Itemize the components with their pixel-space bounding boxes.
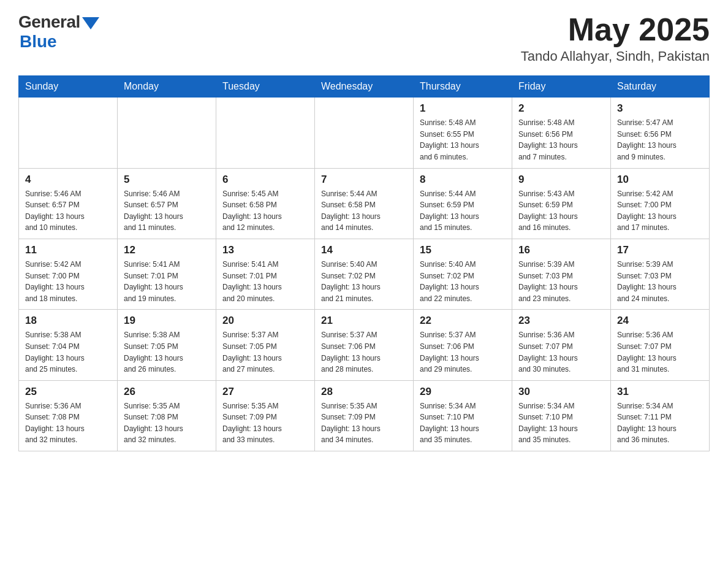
- day-info: Sunrise: 5:44 AMSunset: 6:58 PMDaylight:…: [321, 188, 407, 234]
- logo-blue-text: Blue: [20, 32, 57, 52]
- day-number: 31: [617, 386, 703, 398]
- day-info: Sunrise: 5:35 AMSunset: 7:08 PMDaylight:…: [124, 400, 210, 446]
- calendar-header: SundayMondayTuesdayWednesdayThursdayFrid…: [19, 76, 710, 98]
- day-info: Sunrise: 5:35 AMSunset: 7:09 PMDaylight:…: [222, 400, 308, 446]
- day-number: 15: [420, 244, 506, 256]
- week-row-3: 11Sunrise: 5:42 AMSunset: 7:00 PMDayligh…: [19, 239, 710, 309]
- header-cell-monday: Monday: [118, 76, 216, 98]
- day-number: 4: [25, 174, 111, 186]
- calendar-cell: 18Sunrise: 5:38 AMSunset: 7:04 PMDayligh…: [19, 310, 118, 380]
- day-info: Sunrise: 5:36 AMSunset: 7:07 PMDaylight:…: [518, 329, 604, 375]
- calendar-cell: 4Sunrise: 5:46 AMSunset: 6:57 PMDaylight…: [19, 168, 118, 239]
- day-info: Sunrise: 5:42 AMSunset: 7:00 PMDaylight:…: [25, 259, 111, 304]
- day-info: Sunrise: 5:42 AMSunset: 7:00 PMDaylight:…: [617, 188, 703, 234]
- page-header: General Blue May 2025 Tando Allahyar, Si…: [18, 12, 710, 64]
- day-number: 22: [420, 315, 506, 327]
- day-info: Sunrise: 5:39 AMSunset: 7:03 PMDaylight:…: [617, 259, 703, 304]
- calendar-cell: 2Sunrise: 5:48 AMSunset: 6:56 PMDaylight…: [512, 98, 611, 168]
- calendar-cell: 16Sunrise: 5:39 AMSunset: 7:03 PMDayligh…: [512, 239, 611, 309]
- header-cell-friday: Friday: [512, 76, 611, 98]
- day-number: 30: [518, 386, 604, 398]
- logo-triangle-icon: [82, 17, 99, 29]
- calendar-cell: 27Sunrise: 5:35 AMSunset: 7:09 PMDayligh…: [216, 380, 315, 451]
- day-info: Sunrise: 5:48 AMSunset: 6:55 PMDaylight:…: [420, 117, 506, 163]
- header-cell-wednesday: Wednesday: [315, 76, 414, 98]
- day-info: Sunrise: 5:46 AMSunset: 6:57 PMDaylight:…: [124, 188, 210, 234]
- calendar-cell: 17Sunrise: 5:39 AMSunset: 7:03 PMDayligh…: [611, 239, 710, 309]
- day-number: 3: [617, 102, 703, 115]
- day-info: Sunrise: 5:45 AMSunset: 6:58 PMDaylight:…: [222, 188, 308, 234]
- day-info: Sunrise: 5:37 AMSunset: 7:05 PMDaylight:…: [222, 329, 308, 375]
- logo-general-text: General: [18, 12, 80, 32]
- day-info: Sunrise: 5:34 AMSunset: 7:10 PMDaylight:…: [420, 400, 506, 446]
- day-info: Sunrise: 5:48 AMSunset: 6:56 PMDaylight:…: [518, 117, 604, 163]
- day-info: Sunrise: 5:38 AMSunset: 7:04 PMDaylight:…: [25, 329, 111, 375]
- day-number: 16: [518, 244, 604, 256]
- day-number: 5: [124, 174, 210, 186]
- day-info: Sunrise: 5:46 AMSunset: 6:57 PMDaylight:…: [25, 188, 111, 234]
- calendar-cell: 23Sunrise: 5:36 AMSunset: 7:07 PMDayligh…: [512, 310, 611, 380]
- day-number: 13: [222, 244, 308, 256]
- calendar-cell: [118, 98, 216, 168]
- day-number: 24: [617, 315, 703, 327]
- calendar-cell: 25Sunrise: 5:36 AMSunset: 7:08 PMDayligh…: [19, 380, 118, 451]
- day-number: 6: [222, 174, 308, 186]
- calendar-cell: 15Sunrise: 5:40 AMSunset: 7:02 PMDayligh…: [414, 239, 512, 309]
- day-number: 7: [321, 174, 407, 186]
- day-info: Sunrise: 5:47 AMSunset: 6:56 PMDaylight:…: [617, 117, 703, 163]
- calendar-table: SundayMondayTuesdayWednesdayThursdayFrid…: [18, 75, 710, 451]
- day-info: Sunrise: 5:34 AMSunset: 7:10 PMDaylight:…: [518, 400, 604, 446]
- day-number: 8: [420, 174, 506, 186]
- day-number: 11: [25, 244, 111, 256]
- week-row-2: 4Sunrise: 5:46 AMSunset: 6:57 PMDaylight…: [19, 168, 710, 239]
- day-number: 25: [25, 386, 111, 398]
- calendar-cell: 20Sunrise: 5:37 AMSunset: 7:05 PMDayligh…: [216, 310, 315, 380]
- day-info: Sunrise: 5:40 AMSunset: 7:02 PMDaylight:…: [420, 259, 506, 304]
- location-subtitle: Tando Allahyar, Sindh, Pakistan: [521, 48, 710, 64]
- day-number: 29: [420, 386, 506, 398]
- calendar-cell: 1Sunrise: 5:48 AMSunset: 6:55 PMDaylight…: [414, 98, 512, 168]
- day-info: Sunrise: 5:40 AMSunset: 7:02 PMDaylight:…: [321, 259, 407, 304]
- header-row: SundayMondayTuesdayWednesdayThursdayFrid…: [19, 76, 710, 98]
- calendar-cell: 22Sunrise: 5:37 AMSunset: 7:06 PMDayligh…: [414, 310, 512, 380]
- day-number: 26: [124, 386, 210, 398]
- day-number: 20: [222, 315, 308, 327]
- day-info: Sunrise: 5:35 AMSunset: 7:09 PMDaylight:…: [321, 400, 407, 446]
- calendar-cell: 19Sunrise: 5:38 AMSunset: 7:05 PMDayligh…: [118, 310, 216, 380]
- calendar-cell: 3Sunrise: 5:47 AMSunset: 6:56 PMDaylight…: [611, 98, 710, 168]
- day-number: 19: [124, 315, 210, 327]
- day-number: 2: [518, 102, 604, 115]
- calendar-cell: 10Sunrise: 5:42 AMSunset: 7:00 PMDayligh…: [611, 168, 710, 239]
- calendar-cell: [216, 98, 315, 168]
- calendar-cell: 8Sunrise: 5:44 AMSunset: 6:59 PMDaylight…: [414, 168, 512, 239]
- day-info: Sunrise: 5:34 AMSunset: 7:11 PMDaylight:…: [617, 400, 703, 446]
- calendar-cell: 13Sunrise: 5:41 AMSunset: 7:01 PMDayligh…: [216, 239, 315, 309]
- calendar-cell: 29Sunrise: 5:34 AMSunset: 7:10 PMDayligh…: [414, 380, 512, 451]
- week-row-5: 25Sunrise: 5:36 AMSunset: 7:08 PMDayligh…: [19, 380, 710, 451]
- day-number: 10: [617, 174, 703, 186]
- day-number: 17: [617, 244, 703, 256]
- day-info: Sunrise: 5:37 AMSunset: 7:06 PMDaylight:…: [420, 329, 506, 375]
- day-number: 23: [518, 315, 604, 327]
- week-row-1: 1Sunrise: 5:48 AMSunset: 6:55 PMDaylight…: [19, 98, 710, 168]
- day-number: 28: [321, 386, 407, 398]
- header-cell-thursday: Thursday: [414, 76, 512, 98]
- header-cell-sunday: Sunday: [19, 76, 118, 98]
- day-info: Sunrise: 5:36 AMSunset: 7:08 PMDaylight:…: [25, 400, 111, 446]
- calendar-cell: [19, 98, 118, 168]
- calendar-cell: 24Sunrise: 5:36 AMSunset: 7:07 PMDayligh…: [611, 310, 710, 380]
- calendar-cell: 6Sunrise: 5:45 AMSunset: 6:58 PMDaylight…: [216, 168, 315, 239]
- day-number: 9: [518, 174, 604, 186]
- day-number: 12: [124, 244, 210, 256]
- day-info: Sunrise: 5:38 AMSunset: 7:05 PMDaylight:…: [124, 329, 210, 375]
- calendar-cell: 12Sunrise: 5:41 AMSunset: 7:01 PMDayligh…: [118, 239, 216, 309]
- title-block: May 2025 Tando Allahyar, Sindh, Pakistan: [521, 12, 710, 64]
- day-info: Sunrise: 5:41 AMSunset: 7:01 PMDaylight:…: [124, 259, 210, 304]
- calendar-cell: 31Sunrise: 5:34 AMSunset: 7:11 PMDayligh…: [611, 380, 710, 451]
- calendar-cell: 11Sunrise: 5:42 AMSunset: 7:00 PMDayligh…: [19, 239, 118, 309]
- calendar-cell: 5Sunrise: 5:46 AMSunset: 6:57 PMDaylight…: [118, 168, 216, 239]
- day-info: Sunrise: 5:37 AMSunset: 7:06 PMDaylight:…: [321, 329, 407, 375]
- day-info: Sunrise: 5:41 AMSunset: 7:01 PMDaylight:…: [222, 259, 308, 304]
- calendar-cell: 7Sunrise: 5:44 AMSunset: 6:58 PMDaylight…: [315, 168, 414, 239]
- calendar-cell: 30Sunrise: 5:34 AMSunset: 7:10 PMDayligh…: [512, 380, 611, 451]
